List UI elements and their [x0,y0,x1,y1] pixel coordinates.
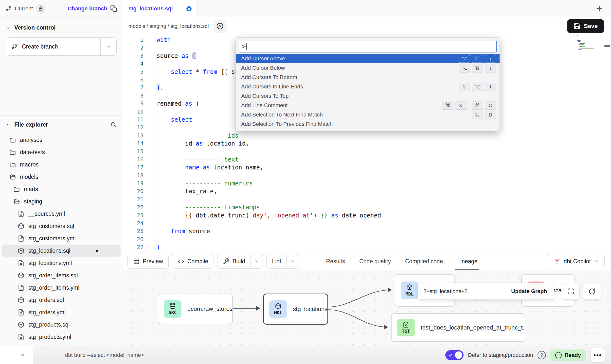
create-branch-dropdown[interactable] [100,38,116,55]
collapse-chevron-icon[interactable] [19,352,26,358]
version-control-title: Version control [14,24,55,31]
file-row-models[interactable]: models [2,171,121,183]
file-row-stg-products-sql[interactable]: stg_products.sql [2,318,121,331]
key-C: C [485,101,496,110]
fullscreen-button[interactable] [562,283,580,300]
create-branch-main[interactable]: Create branch [6,43,100,50]
file-row-data-tests[interactable]: data-tests [2,146,121,158]
key-D: D [485,111,496,119]
key-↓: ↓ [485,64,496,72]
build-dropdown[interactable] [251,254,263,268]
command-item-add-cursors-to-line-ends[interactable]: Add Cursors to Line Ends⇧⌥I [236,82,500,91]
file-row-stg-customers-yml[interactable]: stg_customers.yml [2,232,121,245]
scrollbar-mark[interactable] [604,45,610,47]
file-row-stg-orders-yml[interactable]: stg_orders.yml [2,306,121,318]
command-list: Add Cursor Above⌥⌘↑Add Cursor Below⌥⌘↓Ad… [236,54,500,129]
compile-button[interactable]: Compile [172,254,214,269]
file-row-stg-customers-sql[interactable]: stg_customers.sql [2,220,121,232]
dbt-command-text[interactable]: dbt build --select <model_name> [65,352,144,358]
database-icon [169,303,176,309]
cube-icon [406,284,413,291]
panel-tab-code-quality[interactable]: Code quality [359,252,391,270]
file-row-analyses[interactable]: analyses [2,134,121,146]
command-item-add-cursor-below[interactable]: Add Cursor Below⌥⌘↓ [236,63,500,73]
model-icon [18,297,24,303]
code-line-19: 19 ---------- numerics [123,180,611,187]
file-row-stg-locations-yml[interactable]: stg_locations.yml [2,257,121,269]
lint-dropdown[interactable] [287,254,299,268]
file-label: stg_locations.yml [28,260,72,266]
lint-main[interactable]: Lint [267,258,287,265]
panel-tab-lineage[interactable]: Lineage [457,252,477,270]
command-item-add-cursors-to-top[interactable]: Add Cursors To Top [236,91,500,101]
wrench-icon [223,258,229,265]
copy-icon[interactable] [110,5,117,12]
refresh-icon [589,288,595,295]
file-row-marts[interactable]: marts [2,183,121,195]
preview-button[interactable]: Preview [127,254,169,269]
defer-toggle[interactable] [445,350,464,360]
change-branch-link[interactable]: Change branch [68,5,107,12]
build-button[interactable]: Build [217,254,263,269]
dbt-copilot-button[interactable]: dbt Copilot [548,254,605,269]
build-label: Build [233,258,245,265]
build-main[interactable]: Build [217,258,251,265]
command-palette-input[interactable]: > [239,41,497,52]
command-item-add-cursor-above[interactable]: Add Cursor Above⌥⌘↑ [236,54,500,63]
save-button[interactable]: Save [567,19,604,33]
file-row-stg-products-yml[interactable]: stg_products.yml [2,331,121,343]
palette-query: > [242,43,246,50]
current-branch-label: Current [15,5,33,12]
file-row--sources-yml[interactable]: __sources.yml [2,208,121,220]
file-row-stg-order-items-sql[interactable]: stg_order_items.sql [2,269,121,281]
command-item-add-cursors-to-bottom[interactable]: Add Cursors To Bottom [236,73,500,82]
panel-tab-results[interactable]: Results [326,252,345,270]
key-⌘: ⌘ [442,101,453,110]
file-row-stg-locations-sql[interactable]: stg_locations.sql [2,245,121,257]
update-graph-button[interactable]: Update Graph [504,283,554,299]
file-row-macros[interactable]: macros [2,158,121,171]
help-icon[interactable]: ? [538,351,546,359]
lineage-search-input[interactable]: 2+stg_locations+2 [418,283,504,299]
command-item-add-line-comment[interactable]: Add Line Comment⌘K⌘C [236,101,500,110]
compass-icon[interactable] [213,19,227,33]
file-row-stg-order-items-yml[interactable]: stg_order_items.yml [2,281,121,294]
lineage-node-test[interactable]: TST test_does_location_opened_at_trunc_t… [391,313,525,342]
more-options-button[interactable]: ••• [590,348,605,363]
command-item-add-selection-to-previous-find-match[interactable]: Add Selection To Previous Find Match [236,119,500,129]
create-branch-button[interactable]: Create branch [6,37,117,56]
panel-tab-compiled-code[interactable]: Compiled code [405,252,443,270]
ready-status-badge[interactable]: Ready [550,349,586,361]
compile-label: Compile [187,258,208,265]
unsaved-dot-icon [186,6,192,11]
refresh-button[interactable] [583,283,601,300]
file-label: marts [24,186,38,193]
minimap[interactable] [577,35,594,51]
lineage-node-source[interactable]: SRC ecom.raw_stores [158,294,233,324]
file-explorer-title: File explorer [14,121,48,128]
file-icon [18,309,24,316]
breadcrumb[interactable]: models / staging / stg_locations.sql [128,23,209,29]
key-⌥: ⌥ [459,64,470,72]
file-label: stg_customers.sql [28,223,74,230]
file-row-staging[interactable]: staging [2,195,121,208]
file-label: staging [24,198,42,205]
key-I: I [485,83,496,91]
file-row-stg-orders-sql[interactable]: stg_orders.sql [2,294,121,306]
command-bar[interactable]: dbt build --select <model_name> Defer to… [33,346,611,364]
search-icon[interactable] [110,121,117,128]
key-⌘: ⌘ [472,55,483,63]
version-control-header[interactable]: Version control [0,17,123,31]
lint-button[interactable]: Lint [266,254,299,269]
tab-stg-locations-sql[interactable]: stg_locations.sql [123,0,198,17]
command-item-add-selection-to-next-find-match[interactable]: Add Selection To Next Find Match⌘D [236,110,500,119]
file-label: stg_order_items.sql [28,272,78,279]
lineage-panel[interactable]: SRC ecom.raw_stores MDL stg_locations MD… [123,270,611,347]
key-K: K [455,101,467,110]
lineage-node-stg-locations[interactable]: MDL stg_locations [263,294,328,325]
new-tab-button[interactable] [594,3,605,14]
tabbar-separator [589,2,589,15]
file-label: stg_products.yml [28,334,71,340]
file-explorer-header[interactable]: File explorer [0,116,123,132]
lineage-search-value: 2+stg_locations+2 [423,288,467,295]
